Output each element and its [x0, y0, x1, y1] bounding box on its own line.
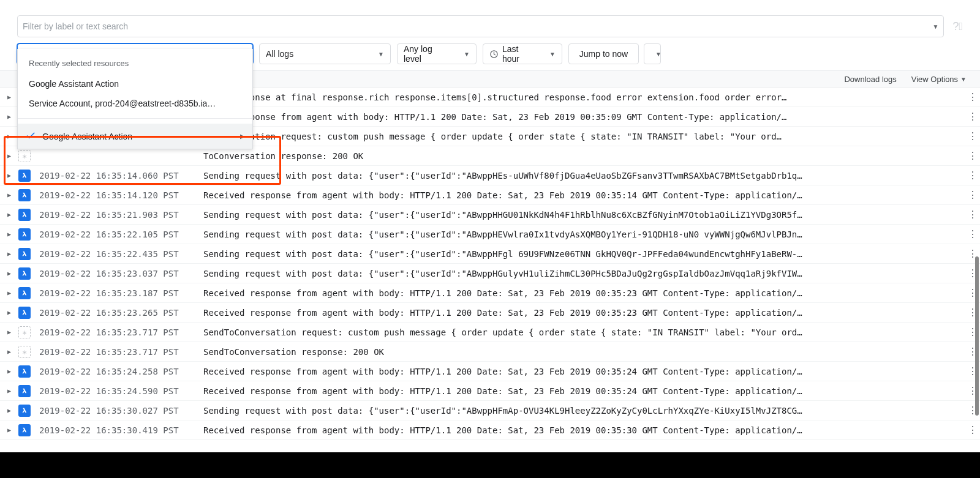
log-message: ToConversation request: custom_push_mess… — [203, 132, 965, 141]
log-timestamp: 2019-02-22 16:35:30.419 PST — [39, 425, 203, 435]
lambda-icon — [18, 248, 31, 260]
view-options-button[interactable]: View Options ▼ — [904, 75, 974, 84]
caret-icon: ▼ — [464, 51, 470, 58]
caret-icon: ▼ — [655, 51, 662, 58]
expand-icon[interactable]: ▶ — [0, 289, 18, 296]
caret-icon: ▼ — [960, 76, 967, 83]
log-timestamp: 2019-02-22 16:35:23.037 PST — [39, 269, 203, 278]
caret-icon: ▼ — [549, 51, 556, 58]
jump-to-now-button[interactable]: Jump to now — [568, 43, 639, 64]
timerange-selector[interactable]: Last hour ▼ — [483, 43, 562, 64]
caret-icon: ▼ — [378, 51, 384, 58]
log-message: Received response from agent with body: … — [203, 288, 965, 298]
expand-icon[interactable]: ▶ — [0, 231, 18, 237]
help-icon[interactable]: ?⃝ — [952, 20, 963, 33]
row-more-icon[interactable]: ⋮ — [965, 91, 980, 103]
row-more-icon[interactable]: ⋮ — [965, 189, 980, 201]
log-message: Received response from agent with body: … — [203, 386, 965, 396]
log-row[interactable]: ▶2019-02-22 16:35:23.037 PSTSending requ… — [0, 264, 980, 283]
log-row[interactable]: ▶2019-02-22 16:35:23.265 PSTReceived res… — [0, 303, 980, 323]
log-row[interactable]: ▶2019-02-22 16:35:22.435 PSTSending requ… — [0, 244, 980, 264]
log-message: Sending request with post data: {"user":… — [203, 230, 965, 239]
row-more-icon[interactable]: ⋮ — [965, 209, 980, 220]
expand-icon[interactable]: ▶ — [0, 113, 18, 120]
lambda-icon — [18, 189, 31, 201]
popup-selected-item[interactable]: Google Assistant Action ▶ — [18, 124, 252, 149]
expand-icon[interactable]: ▶ — [0, 211, 18, 218]
log-row[interactable]: ▶2019-02-22 16:35:23.187 PSTReceived res… — [0, 283, 980, 303]
download-logs-button[interactable]: Download logs — [837, 75, 903, 84]
expand-icon[interactable]: ▶ — [0, 172, 18, 179]
lambda-icon — [18, 267, 31, 280]
log-message: …rmedResponse at final_response.rich_res… — [203, 92, 965, 102]
filter-input[interactable] — [23, 21, 930, 31]
lambda-icon — [18, 170, 31, 182]
expand-icon[interactable]: ▶ — [0, 250, 18, 257]
log-row[interactable]: ▶2019-02-22 16:35:14.060 PSTSending requ… — [0, 166, 980, 185]
log-message: Received response from agent with body: … — [203, 367, 965, 376]
logs-label: All logs — [266, 49, 293, 59]
log-message: Sending request with post data: {"user":… — [203, 249, 965, 259]
expand-icon[interactable]: ▶ — [0, 192, 18, 198]
expand-icon[interactable]: ▶ — [0, 368, 18, 375]
expand-icon[interactable]: ▶ — [0, 427, 18, 433]
popup-selected-label: Google Assistant Action — [42, 132, 132, 141]
row-more-icon[interactable]: ⋮ — [965, 424, 980, 436]
log-message: eived response from agent with body: HTT… — [203, 112, 965, 122]
filter-dropdown-icon[interactable]: ▼ — [933, 23, 939, 30]
row-more-icon[interactable]: ⋮ — [965, 150, 980, 162]
loglevel-label: Any log level — [404, 44, 451, 64]
log-row[interactable]: ▶∗2019-02-22 16:35:23.717 PSTSendToConve… — [0, 323, 980, 342]
log-row[interactable]: ▶2019-02-22 16:35:30.419 PSTReceived res… — [0, 420, 980, 440]
lambda-icon — [18, 307, 31, 319]
default-severity-icon: ∗ — [18, 346, 31, 358]
lambda-icon — [18, 209, 31, 221]
log-row[interactable]: ▶2019-02-22 16:35:30.027 PSTSending requ… — [0, 401, 980, 420]
logs-selector[interactable]: All logs ▼ — [259, 43, 391, 64]
log-timestamp: 2019-02-22 16:35:24.258 PST — [39, 367, 203, 376]
lambda-icon — [18, 385, 31, 397]
lambda-icon — [18, 405, 31, 417]
expand-icon[interactable]: ▶ — [0, 133, 18, 140]
expand-icon[interactable]: ▶ — [0, 152, 18, 159]
popup-recent-item[interactable]: Google Assistant Action — [18, 74, 252, 94]
divider — [18, 118, 252, 119]
default-severity-icon: ∗ — [18, 150, 31, 162]
row-more-icon[interactable]: ⋮ — [965, 228, 980, 240]
row-more-icon[interactable]: ⋮ — [965, 130, 980, 142]
log-timestamp: 2019-02-22 16:35:23.717 PST — [39, 327, 203, 337]
popup-recent-item[interactable]: Service Account, prod-204@eatstreet-d835… — [18, 94, 252, 113]
log-message: Sending request with post data: {"user":… — [203, 406, 965, 416]
expand-icon[interactable]: ▶ — [0, 309, 18, 316]
expand-icon[interactable]: ▶ — [0, 348, 18, 355]
popup-recent-header: Recently selected resources — [18, 49, 252, 74]
expand-icon[interactable]: ▶ — [0, 407, 18, 414]
row-more-icon[interactable]: ⋮ — [965, 170, 980, 181]
log-timestamp: 2019-02-22 16:35:23.265 PST — [39, 308, 203, 318]
expand-icon[interactable]: ▶ — [0, 94, 18, 100]
resource-dropdown-popup: Recently selected resources Google Assis… — [17, 49, 253, 149]
loglevel-selector[interactable]: Any log level ▼ — [397, 43, 477, 64]
check-icon — [25, 130, 36, 143]
log-row[interactable]: ▶2019-02-22 16:35:24.258 PSTReceived res… — [0, 362, 980, 381]
log-row[interactable]: ▶∗2019-02-22 16:35:23.717 PSTSendToConve… — [0, 342, 980, 362]
log-row[interactable]: ▶2019-02-22 16:35:22.105 PSTSending requ… — [0, 225, 980, 244]
row-more-icon[interactable]: ⋮ — [965, 111, 980, 122]
log-row[interactable]: ▶2019-02-22 16:35:14.120 PSTReceived res… — [0, 185, 980, 205]
clock-icon — [489, 50, 499, 59]
filter-input-container[interactable]: ▼ — [17, 15, 944, 37]
log-timestamp: 2019-02-22 16:35:21.903 PST — [39, 210, 203, 220]
lambda-icon — [18, 228, 31, 241]
default-severity-icon: ∗ — [18, 326, 31, 338]
log-timestamp: 2019-02-22 16:35:14.060 PST — [39, 171, 203, 181]
scrollbar-thumb[interactable] — [975, 256, 979, 416]
log-message: Received response from agent with body: … — [203, 425, 965, 435]
expand-icon[interactable]: ▶ — [0, 387, 18, 394]
log-row[interactable]: ▶2019-02-22 16:35:21.903 PSTSending requ… — [0, 205, 980, 225]
expand-icon[interactable]: ▶ — [0, 329, 18, 335]
chevron-right-icon: ▶ — [240, 133, 245, 140]
jump-options-button[interactable]: ▼ — [644, 43, 661, 64]
lambda-icon — [18, 365, 31, 378]
log-row[interactable]: ▶2019-02-22 16:35:24.590 PSTReceived res… — [0, 381, 980, 401]
expand-icon[interactable]: ▶ — [0, 270, 18, 277]
